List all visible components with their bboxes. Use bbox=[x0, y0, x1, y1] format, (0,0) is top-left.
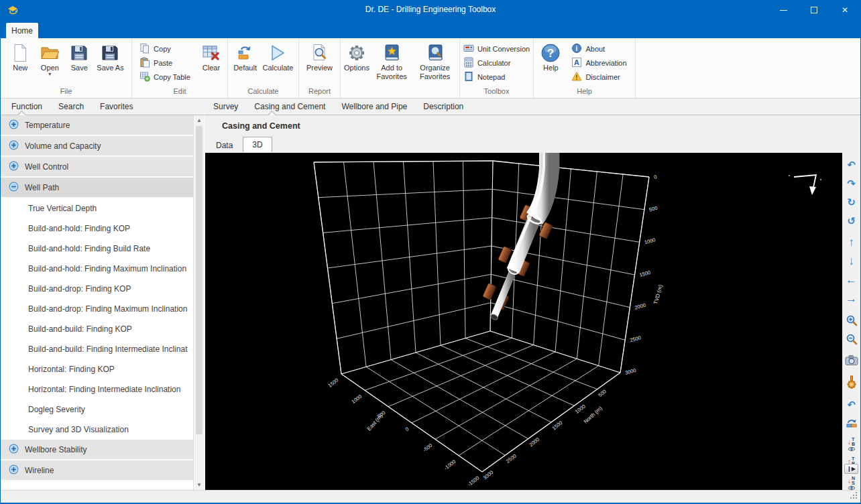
maximize-button[interactable] bbox=[799, 0, 829, 20]
ribbon-button-save[interactable]: Save bbox=[64, 40, 94, 86]
resize-grip[interactable] bbox=[856, 497, 857, 499]
scroll-down-icon[interactable]: ▼ bbox=[194, 480, 204, 490]
ribbon-button-default[interactable]: Default bbox=[231, 40, 260, 86]
ribbon-group-calculate: DefaultCalculateCalculate bbox=[228, 38, 299, 98]
viewport-toolbar: ↶↷↻↺↑↓←→↶↓TB↑TB↓NS↑NSW←E bbox=[842, 153, 860, 490]
rotate-left-icon[interactable]: ↶ bbox=[844, 159, 859, 171]
sidebar-category-volume-and-capacity[interactable]: Volume and Capacity bbox=[1, 136, 193, 157]
notepad-icon bbox=[463, 71, 474, 83]
ribbon-button-paste[interactable]: Paste bbox=[136, 57, 194, 70]
sidebar-item-survey-and-3d-visualization[interactable]: Survey and 3D Visualization bbox=[1, 420, 193, 440]
tvd-axis-tick: 2500 bbox=[629, 334, 641, 343]
ribbon-button-help[interactable]: ?Help bbox=[536, 40, 565, 86]
tab-home[interactable]: Home bbox=[6, 23, 38, 38]
sidebar-item-build-and-hold-finding-maximum-inclination[interactable]: Build-and-hold: Finding Maximum Inclinat… bbox=[1, 259, 193, 279]
expand-plus-icon bbox=[9, 444, 19, 456]
help-icon: ? bbox=[540, 42, 561, 64]
tvd-axis-tick: 0 bbox=[653, 174, 657, 180]
about-icon: i bbox=[571, 43, 582, 55]
pan-down-icon[interactable]: ↓ bbox=[844, 255, 859, 267]
nav-tab-search[interactable]: Search bbox=[50, 99, 92, 115]
pan-up-icon[interactable]: ↑ bbox=[844, 237, 859, 249]
ribbon-button-preview[interactable]: Preview bbox=[304, 40, 335, 86]
ribbon-button-save-as[interactable]: Save As bbox=[94, 40, 126, 86]
svg-text:A: A bbox=[574, 58, 579, 66]
sidebar-category-temperature[interactable]: Temperature bbox=[1, 115, 193, 136]
save-as-icon bbox=[101, 42, 119, 64]
default-view-icon[interactable] bbox=[844, 418, 859, 428]
nav-tab-survey[interactable]: Survey bbox=[205, 99, 246, 115]
svg-text:i: i bbox=[576, 45, 578, 52]
window-title: Dr. DE - Drilling Engineering Toolbox bbox=[1, 5, 860, 14]
sidebar-category-well-path[interactable]: Well Path bbox=[1, 178, 193, 198]
sidebar-item-build-and-build-finding-kop[interactable]: Build-and-build: Finding KOP bbox=[1, 319, 193, 339]
nav-tab-casing-and-cement[interactable]: Casing and Cement bbox=[246, 99, 333, 115]
reset-view-icon[interactable]: ↶ bbox=[844, 399, 859, 411]
east-axis-tick: 1000 bbox=[351, 393, 363, 405]
nav-tab-description[interactable]: Description bbox=[415, 99, 471, 115]
nav-tab-function[interactable]: Function bbox=[3, 99, 50, 115]
sidebar-item-dogleg-severity[interactable]: Dogleg Severity bbox=[1, 399, 193, 420]
view-top-icon[interactable]: ↓TB bbox=[848, 437, 855, 451]
sidebar-category-wellbore-stability[interactable]: Wellbore Stability bbox=[1, 440, 193, 460]
sidebar-item-build-and-build-finding-intermediate-inclinat[interactable]: Build-and-build: Finding Intermediate In… bbox=[1, 339, 193, 359]
ribbon-button-about[interactable]: iAbout bbox=[568, 43, 630, 56]
cement-collar bbox=[498, 246, 512, 263]
ribbon-button-organize-favorites[interactable]: Organize Favorites bbox=[412, 40, 458, 86]
collapse-toolbar-button[interactable]: ❙▶ bbox=[844, 464, 858, 474]
expand-plus-icon bbox=[9, 140, 19, 152]
rotate-right-icon[interactable]: ↷ bbox=[844, 178, 859, 190]
ribbon-button-calculator[interactable]: Calculator bbox=[460, 57, 533, 70]
rotate-3d-gear-icon[interactable] bbox=[844, 375, 859, 389]
sidebar-item-build-and-hold-finding-kop[interactable]: Build-and-hold: Finding KOP bbox=[1, 218, 193, 239]
rotate-down-icon[interactable]: ↻ bbox=[844, 196, 859, 208]
pan-left-icon[interactable]: ← bbox=[844, 274, 859, 286]
east-axis-tick: 0 bbox=[404, 426, 410, 432]
ribbon-button-add-to-favorites[interactable]: Add to Favorites bbox=[371, 40, 412, 86]
minimize-button[interactable] bbox=[768, 0, 799, 20]
clear-table-icon bbox=[202, 42, 221, 64]
ribbon-button-new[interactable]: New bbox=[5, 40, 35, 86]
view-north-icon[interactable]: ↓NS bbox=[848, 476, 855, 490]
sidebar-item-true-vertical-depth[interactable]: True Vertical Depth bbox=[1, 198, 193, 218]
ribbon-button-unit-conversion[interactable]: Unit Conversion bbox=[460, 43, 533, 56]
zoom-out-icon[interactable] bbox=[844, 333, 859, 345]
ribbon-group-toolbox: Unit ConversionCalculatorNotepadToolbox bbox=[460, 38, 534, 98]
calculator-icon bbox=[463, 57, 474, 69]
rotate-up-icon[interactable]: ↺ bbox=[844, 215, 859, 227]
sidebar-item-build-and-drop-finding-maximum-inclination[interactable]: Build-and-drop: Finding Maximum Inclinat… bbox=[1, 299, 193, 319]
sidebar-scrollbar[interactable]: ▲ ▼ bbox=[194, 115, 204, 490]
nav-tab-wellbore-and-pipe[interactable]: Wellbore and Pipe bbox=[333, 99, 415, 115]
ribbon-button-clear[interactable]: Clear bbox=[196, 40, 226, 86]
tab-3d[interactable]: 3D bbox=[243, 137, 272, 153]
sidebar-item-build-and-drop-finding-kop[interactable]: Build-and-drop: Finding KOP bbox=[1, 279, 193, 299]
scrollbar-thumb[interactable] bbox=[196, 126, 203, 434]
tvd-axis-tick: 3000 bbox=[624, 367, 636, 376]
status-bar bbox=[1, 490, 860, 504]
svg-text:?: ? bbox=[547, 47, 554, 60]
ribbon-button-open[interactable]: Open▼ bbox=[35, 40, 64, 86]
scroll-up-icon[interactable]: ▲ bbox=[194, 115, 204, 125]
nav-tab-favorites[interactable]: Favorites bbox=[92, 99, 141, 115]
ribbon-button-disclaimer[interactable]: Disclaimer bbox=[568, 71, 630, 84]
ribbon-button-options[interactable]: Options bbox=[342, 40, 371, 86]
ribbon-button-notepad[interactable]: Notepad bbox=[460, 71, 533, 84]
ribbon-button-copy[interactable]: Copy bbox=[136, 43, 194, 56]
ribbon-group-edit: CopyPasteCopy TableClearEdit bbox=[132, 38, 228, 98]
3d-viewport[interactable]: 050010001500200025003000150010005000-500… bbox=[205, 153, 843, 490]
pan-right-icon[interactable]: → bbox=[844, 293, 859, 305]
nav-strip: FunctionSearchFavorites SurveyCasing and… bbox=[1, 99, 860, 115]
abbreviation-icon: A bbox=[571, 57, 582, 69]
sidebar-category-wireline[interactable]: Wireline bbox=[1, 460, 193, 481]
close-button[interactable]: ✕ bbox=[829, 0, 860, 20]
sidebar-category-well-control[interactable]: Well Control bbox=[1, 157, 193, 178]
ribbon-button-calculate[interactable]: Calculate bbox=[260, 40, 296, 86]
sidebar-item-horizontal-finding-kop[interactable]: Horizontal: Finding KOP bbox=[1, 359, 193, 379]
ribbon-button-copy-table[interactable]: Copy Table bbox=[136, 71, 194, 84]
tab-data[interactable]: Data bbox=[207, 138, 241, 153]
sidebar-item-horizontal-finding-intermediate-inclination[interactable]: Horizontal: Finding Intermediate Inclina… bbox=[1, 379, 193, 399]
zoom-in-icon[interactable] bbox=[844, 314, 859, 326]
sidebar-item-build-and-hold-finding-build-rate[interactable]: Build-and-hold: Finding Build Rate bbox=[1, 239, 193, 259]
snapshot-camera-icon[interactable] bbox=[844, 355, 859, 366]
ribbon-button-abbreviation[interactable]: AAbbreviation bbox=[568, 57, 630, 70]
